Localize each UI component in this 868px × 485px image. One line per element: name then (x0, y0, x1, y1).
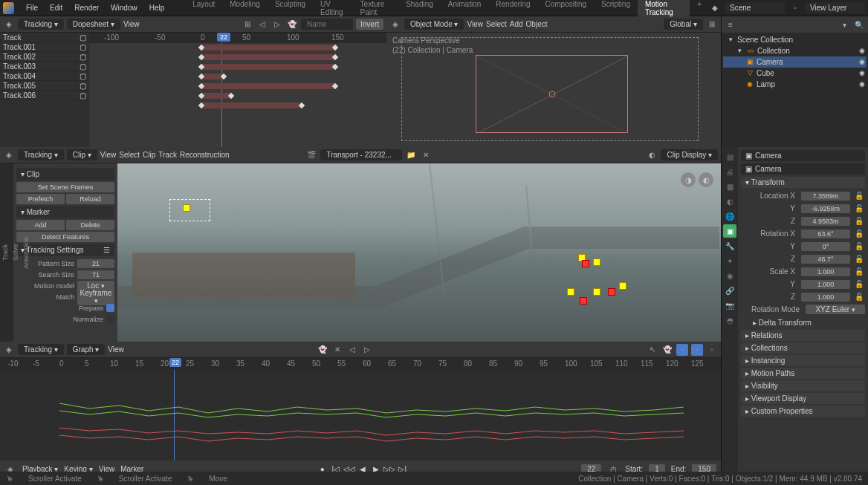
clip-clip-menu[interactable]: Clip (143, 151, 155, 159)
graph-view-menu[interactable]: View (108, 345, 124, 354)
reload-button[interactable]: Reload (66, 194, 114, 204)
tracking-marker[interactable] (608, 288, 615, 296)
rotmode-select[interactable]: XYZ Euler ▾ (806, 305, 865, 314)
outliner-row[interactable]: ▾▭Collection◉ (723, 45, 867, 56)
lock-icon[interactable]: ▢ (80, 43, 86, 51)
section-viewport-display[interactable]: ▸ Viewport Display (741, 393, 865, 404)
tab-modeling[interactable]: Modeling (222, 0, 268, 19)
clip-display[interactable]: Clip Display ▾ (661, 149, 718, 160)
loc-z-field[interactable]: 4.9583m (801, 217, 850, 226)
tab-viewlayer[interactable]: ▦ (723, 180, 736, 193)
tracking-marker[interactable] (183, 204, 190, 212)
section-custom-props[interactable]: ▸ Custom Properties (741, 406, 865, 417)
vp-view-menu[interactable]: View (467, 20, 483, 28)
section-motionpaths[interactable]: ▸ Motion Paths (741, 368, 865, 379)
tab-compositing[interactable]: Compositing (537, 0, 594, 19)
toggle1-icon[interactable]: ▫ (676, 344, 688, 356)
graph-mode[interactable]: Tracking ▾ (18, 344, 64, 355)
breadcrumb[interactable]: ▣Camera (741, 150, 865, 161)
scale-y-field[interactable]: 1.000 (801, 280, 850, 289)
tab-layout[interactable]: Layout (185, 0, 222, 19)
lock-icon[interactable]: 🔓 (853, 203, 865, 215)
prepass-checkbox[interactable] (106, 304, 114, 312)
eye-icon[interactable]: ◉ (858, 47, 867, 56)
lock-icon[interactable]: 🔓 (853, 215, 865, 227)
loc-y-field[interactable]: -6.9258m (801, 204, 850, 213)
tab-modifier[interactable]: 🔧 (723, 239, 736, 253)
tab-output[interactable]: 🖨 (723, 165, 736, 178)
tab-particle[interactable]: ✦ (723, 254, 736, 267)
folder-icon[interactable]: 📁 (405, 149, 417, 161)
list-icon[interactable]: ☰ (103, 246, 110, 254)
editor-type-icon[interactable]: ≡ (725, 19, 736, 30)
track-row[interactable]: Track.001▢ (0, 42, 89, 52)
tab-sculpting[interactable]: Sculpting (268, 0, 313, 19)
editor-type-icon[interactable]: ◈ (3, 149, 15, 161)
snap-icon[interactable]: ⊞ (242, 19, 253, 30)
section-transform[interactable]: ▾ Transform (741, 177, 865, 188)
search-icon[interactable]: 🔍 (853, 19, 865, 30)
lock-icon[interactable]: 🔓 (853, 228, 865, 240)
clip-track-menu[interactable]: Track (158, 151, 177, 159)
editor-type-icon[interactable]: ◈ (3, 344, 15, 356)
loc-x-field[interactable]: 7.3589m (801, 192, 850, 201)
ghost-icon[interactable]: 👻 (286, 19, 298, 30)
eye-icon[interactable]: ◉ (858, 58, 867, 67)
tab-solve[interactable]: Solve (10, 163, 21, 342)
tracking-marker[interactable] (593, 288, 600, 296)
viewlayer-field[interactable]: View Layer (806, 2, 865, 13)
tab-physics[interactable]: ◉ (723, 269, 736, 282)
vp-add-menu[interactable]: Add (510, 20, 523, 28)
prev-key-icon[interactable]: ◁ (256, 19, 268, 30)
lock-icon[interactable]: ▢ (80, 62, 86, 71)
tab-data[interactable]: 📷 (723, 299, 736, 312)
outliner-row[interactable]: ▽Cube◉ (723, 68, 867, 79)
mute-icon[interactable]: ◐ (699, 172, 713, 187)
track-row[interactable]: Track.002▢ (0, 52, 89, 62)
lens-icon[interactable]: ◐ (646, 149, 658, 161)
section-relations[interactable]: ▸ Relations (741, 330, 865, 341)
tab-animation[interactable]: Animation (441, 0, 488, 19)
dopesheet-view-menu[interactable]: View (123, 20, 140, 28)
rot-y-field[interactable]: 0° (801, 242, 850, 251)
tab-track[interactable]: Track (0, 163, 10, 342)
outliner-tree[interactable]: ▾Scene Collection ▾▭Collection◉ ▣Camera◉… (722, 33, 868, 147)
snap-icon[interactable]: ⊞ (706, 19, 718, 30)
dopesheet-mode[interactable]: Tracking ▾ (18, 19, 64, 30)
editor-type-icon[interactable]: ◈ (389, 19, 401, 30)
prev-icon[interactable]: ◁ (346, 344, 358, 356)
tracking-marker[interactable] (582, 260, 589, 267)
vp-select-menu[interactable]: Select (486, 20, 507, 28)
clip-mode[interactable]: Tracking ▾ (18, 149, 64, 160)
eye-icon[interactable]: ◉ (858, 69, 867, 78)
delete-marker-button[interactable]: Delete (66, 220, 114, 230)
outliner-row[interactable]: ▣Camera◉ (723, 56, 867, 68)
lock-icon[interactable]: ▢ (80, 33, 86, 42)
toggle2-icon[interactable]: ▫ (691, 344, 703, 356)
dopesheet-type[interactable]: Dopesheet ▾ (67, 19, 120, 30)
tracking-marker[interactable] (593, 258, 600, 266)
pattern-size-field[interactable]: 21 (77, 259, 114, 268)
outliner-row[interactable]: ◉Lamp◉ (723, 79, 867, 90)
normalize-checkbox[interactable] (106, 315, 114, 323)
tab-world[interactable]: 🌐 (723, 209, 736, 223)
section-collections[interactable]: ▸ Collections (741, 342, 865, 354)
track-row[interactable]: Track.003▢ (0, 62, 89, 71)
menu-help[interactable]: Help (143, 1, 171, 14)
track-row[interactable]: Track.004▢ (0, 71, 89, 81)
menu-window[interactable]: Window (105, 1, 143, 14)
search-size-field[interactable]: 71 (77, 270, 114, 279)
tab-annotation[interactable]: Annotation (21, 163, 31, 342)
menu-render[interactable]: Render (68, 1, 105, 14)
menu-edit[interactable]: Edit (44, 1, 68, 14)
scale-x-field[interactable]: 1.000 (801, 267, 850, 276)
current-frame-indicator[interactable]: 22 (169, 358, 181, 367)
orientation-select[interactable]: Global ▾ (664, 19, 703, 30)
graph-curves[interactable] (0, 370, 721, 460)
lock-icon[interactable]: 🔓 (853, 253, 865, 265)
close-icon[interactable]: ✕ (420, 149, 432, 161)
rot-x-field[interactable]: 63.6° (801, 230, 850, 238)
ghost-icon[interactable]: 👻 (317, 344, 328, 356)
tab-constraint[interactable]: 🔗 (723, 284, 736, 297)
tab-add[interactable]: + (690, 0, 709, 19)
